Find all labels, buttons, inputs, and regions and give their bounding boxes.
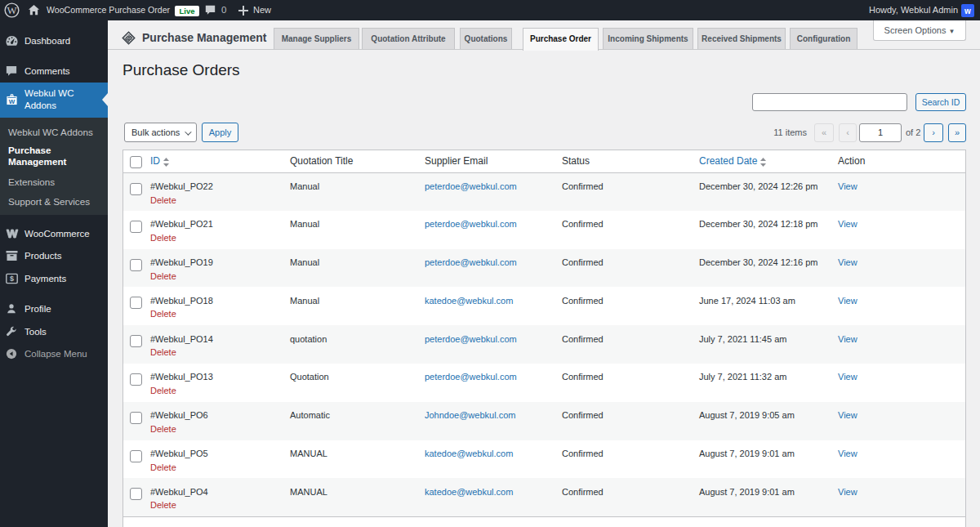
svg-text:W: W [7,5,17,16]
svg-text:W: W [9,98,16,105]
svg-text:$: $ [10,275,14,283]
svg-text:w: w [964,7,971,16]
